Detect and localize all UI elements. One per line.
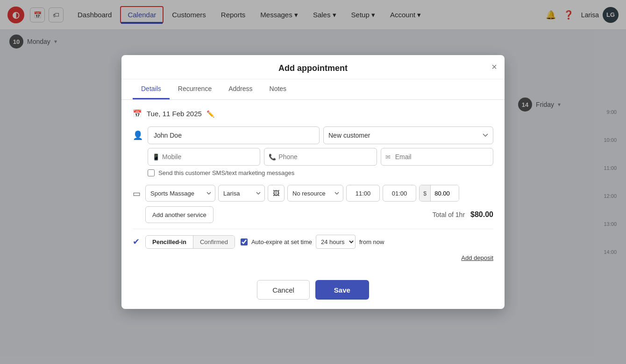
mobile-input[interactable] (148, 148, 260, 166)
modal-overlay: Add appointment × Details Recurrence Add… (0, 0, 626, 364)
cancel-button[interactable]: Cancel (257, 280, 310, 300)
price-currency: $ (420, 185, 431, 201)
service-content: Sports Massage Larisa 🖼 No resource $ (145, 185, 493, 223)
total-label: Total of 1hr (433, 211, 465, 218)
email-icon: ✉ (385, 154, 391, 161)
tab-details[interactable]: Details (133, 79, 170, 99)
deposit-row: Add deposit (133, 254, 493, 261)
modal-footer: Cancel Save (121, 273, 505, 309)
status-icon: ✔ (133, 237, 140, 247)
sms-marketing-row: Send this customer SMS/text marketing me… (148, 169, 493, 176)
edit-date-icon[interactable]: ✏️ (206, 110, 214, 118)
status-section: ✔ Pencilled-in Confirmed Auto-expire at … (133, 235, 493, 249)
service-row: Sports Massage Larisa 🖼 No resource $ (145, 185, 493, 202)
service-section: ▭ Sports Massage Larisa 🖼 No resource (133, 185, 493, 223)
mobile-field-wrap: 📱 (148, 148, 260, 166)
add-appointment-modal: Add appointment × Details Recurrence Add… (121, 55, 505, 309)
from-now-label: from now (359, 238, 384, 245)
contact-row: 📱 📞 ✉ (148, 148, 493, 166)
customer-section: 👤 New customer 📱 📞 (133, 126, 493, 176)
phone-icon: 📞 (269, 154, 276, 161)
phone-field-wrap: 📞 (264, 148, 377, 166)
calendar-date-icon: 📅 (133, 109, 142, 118)
start-time-input[interactable] (346, 185, 380, 202)
phone-input[interactable] (264, 148, 377, 166)
staff-select[interactable]: Larisa (218, 185, 265, 202)
modal-body: 📅 Tue, 11 Feb 2025 ✏️ 👤 New customer (121, 100, 505, 273)
price-input[interactable] (431, 185, 459, 201)
tab-notes[interactable]: Notes (261, 79, 295, 99)
resource-select[interactable]: No resource (287, 185, 343, 202)
modal-title: Add appointment (278, 63, 348, 73)
date-row: 📅 Tue, 11 Feb 2025 ✏️ (133, 109, 493, 118)
email-field-wrap: ✉ (381, 148, 493, 166)
auto-expire-time-select[interactable]: 24 hours 12 hours 48 hours 1 week (316, 235, 356, 249)
auto-expire-label: Auto-expire at set time (251, 238, 312, 245)
customer-name-input[interactable] (148, 126, 320, 144)
appointment-date: Tue, 11 Feb 2025 (147, 110, 202, 118)
total-amount: $80.00 (470, 210, 493, 219)
service-total-section: Total of 1hr $80.00 (433, 210, 493, 219)
status-toggle: Pencilled-in Confirmed (145, 235, 235, 249)
pencilled-in-button[interactable]: Pencilled-in (146, 236, 193, 248)
price-wrap: $ (419, 185, 459, 202)
customer-name-row: New customer (148, 126, 493, 144)
mobile-icon: 📱 (152, 154, 160, 161)
tab-address[interactable]: Address (220, 79, 261, 99)
auto-expire-section: Auto-expire at set time 24 hours 12 hour… (241, 235, 384, 249)
staff-photo-button[interactable]: 🖼 (268, 185, 285, 202)
auto-expire-checkbox[interactable] (241, 238, 248, 245)
customer-icon: 👤 (133, 126, 143, 140)
service-name-select[interactable]: Sports Massage (145, 185, 215, 202)
save-button[interactable]: Save (315, 280, 369, 300)
sms-label: Send this customer SMS/text marketing me… (158, 169, 294, 176)
customer-type-select[interactable]: New customer (323, 126, 493, 144)
modal-header: Add appointment × (121, 55, 505, 79)
add-service-button[interactable]: Add another service (145, 206, 213, 223)
tab-recurrence[interactable]: Recurrence (170, 79, 220, 99)
modal-tabs: Details Recurrence Address Notes (121, 79, 505, 100)
section-divider (133, 229, 493, 229)
duration-input[interactable] (383, 185, 416, 202)
add-deposit-link[interactable]: Add deposit (461, 254, 493, 261)
service-icon: ▭ (133, 185, 141, 199)
confirmed-button[interactable]: Confirmed (193, 236, 235, 248)
customer-fields: New customer 📱 📞 ✉ (148, 126, 493, 176)
modal-close-button[interactable]: × (491, 62, 497, 72)
email-input[interactable] (381, 148, 493, 166)
sms-checkbox[interactable] (148, 169, 155, 176)
